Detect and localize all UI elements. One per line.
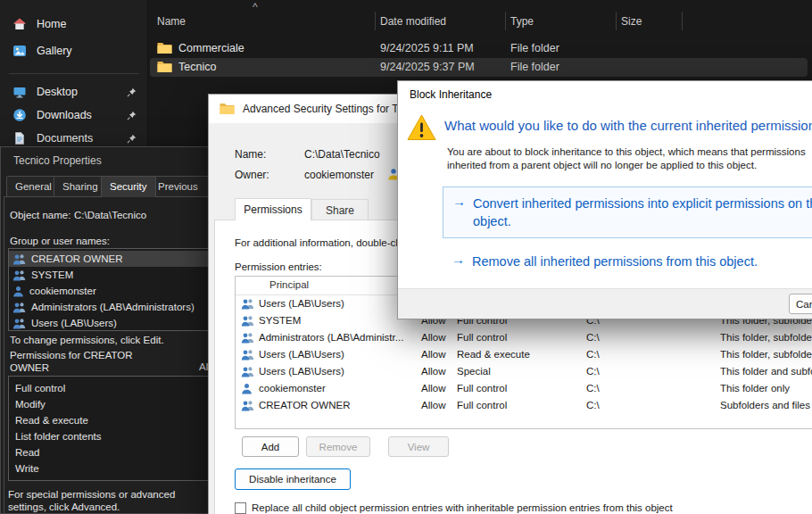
entry-access: Read & execute	[457, 349, 530, 360]
list-item-administrators[interactable]: Administrators (LAB\Administrators)	[9, 299, 213, 315]
file-name: Tecnico	[178, 58, 216, 77]
remove-permissions-command-link[interactable]: → Remove all inherited permissions from …	[443, 249, 812, 279]
sidebar-separator	[9, 73, 139, 74]
users-group-icon	[241, 349, 254, 361]
permission-entry-row[interactable]: Administrators (LAB\Administr... Allow F…	[236, 329, 812, 346]
column-divider[interactable]	[682, 12, 683, 30]
pin-icon[interactable]	[127, 87, 137, 97]
list-item-system[interactable]: SYSTEM	[9, 267, 213, 283]
permissions-for-label: Permissions for CREATOR OWNER	[10, 349, 163, 374]
column-header-name[interactable]: Name	[157, 11, 186, 32]
sidebar-item-downloads[interactable]: Downloads	[4, 104, 145, 127]
downloads-icon	[12, 108, 27, 122]
entry-inherited-from: C:\	[586, 366, 600, 377]
group-user-names-label: Group or user names:	[10, 236, 110, 246]
entry-access: Full control	[457, 332, 507, 343]
body-text-line2: inherited from a parent object will no l…	[447, 160, 757, 170]
permission-item[interactable]: Read	[9, 444, 213, 460]
permission-item[interactable]: List folder contents	[9, 428, 213, 444]
entry-applies-to: This folder only	[720, 383, 790, 394]
dialog-footer: Cancel	[398, 288, 812, 319]
entry-type: Allow	[421, 349, 445, 360]
column-header-principal[interactable]: Principal	[269, 279, 309, 290]
entry-access: Special	[457, 366, 491, 377]
permission-entry-row[interactable]: Users (LAB\Users) Allow Special C:\ This…	[236, 363, 812, 380]
file-name: Commerciale	[178, 39, 244, 58]
column-header-date-modified[interactable]: Date modified	[380, 11, 446, 32]
list-item-creator-owner[interactable]: CREATOR OWNER	[9, 251, 213, 267]
edit-permissions-note: To change permissions, click Edit.	[10, 335, 164, 345]
permission-item[interactable]: Write	[9, 460, 213, 477]
user-icon	[241, 383, 253, 394]
tab-security[interactable]: Security	[101, 176, 156, 197]
file-date: 9/24/2025 9:11 PM	[380, 39, 474, 58]
pin-icon[interactable]	[127, 111, 137, 120]
arrow-icon: →	[452, 252, 465, 267]
tab-permissions[interactable]: Permissions	[235, 198, 311, 220]
folder-icon	[220, 103, 235, 115]
sidebar-item-home[interactable]: Home	[4, 12, 145, 36]
object-name-label: Object name:	[10, 210, 70, 220]
warning-icon	[407, 114, 436, 141]
permission-item[interactable]: Read & execute	[9, 412, 213, 428]
convert-permissions-command-link[interactable]: → Convert inherited permissions into exp…	[443, 187, 812, 238]
principal-name: SYSTEM	[31, 269, 73, 280]
users-group-icon	[12, 318, 26, 329]
list-item-cookiemonster[interactable]: cookiemonster	[9, 283, 213, 299]
entry-type: Allow	[421, 383, 445, 394]
block-inheritance-dialog: Block Inheritance What would you like to…	[397, 80, 812, 319]
desktop-icon	[12, 85, 27, 99]
list-item-users[interactable]: Users (LAB\Users)	[9, 315, 213, 331]
users-group-icon	[12, 269, 26, 281]
advanced-settings-note: For special permissions or advanced sett…	[8, 488, 215, 513]
entry-principal: Users (LAB\Users)	[259, 349, 344, 360]
file-type: File folder	[510, 58, 559, 77]
pin-icon[interactable]	[127, 134, 137, 144]
entry-inherited-from: C:\	[586, 400, 600, 410]
replace-permissions-checkbox[interactable]	[235, 502, 246, 514]
body-text-line1: You are about to block inheritance to th…	[447, 146, 806, 157]
entry-inherited-from: C:\	[586, 383, 600, 394]
name-label: Name:	[235, 148, 266, 161]
name-value: C:\Data\Tecnico	[304, 148, 380, 161]
tab-general[interactable]: General	[6, 176, 61, 196]
entry-principal: CREATOR OWNER	[259, 400, 350, 410]
remove-button[interactable]: Remove	[306, 436, 370, 457]
user-icon	[12, 286, 24, 297]
sidebar-item-gallery[interactable]: Gallery	[4, 39, 145, 62]
permission-entries-label: Permission entries:	[235, 261, 322, 272]
permission-item[interactable]: Full control	[9, 380, 213, 396]
permissions-list: Full control Modify Read & execute List …	[8, 376, 214, 481]
add-button[interactable]: Add	[242, 436, 299, 457]
column-divider[interactable]	[505, 12, 506, 30]
cancel-button[interactable]: Cancel	[789, 294, 812, 314]
entry-inherited-from: C:\	[586, 332, 600, 343]
disable-inheritance-button[interactable]: Disable inheritance	[235, 468, 351, 490]
principal-name: CREATOR OWNER	[31, 253, 122, 264]
permission-entry-row[interactable]: cookiemonster Allow Full control C:\ Thi…	[236, 380, 812, 397]
file-row-commerciale[interactable]: Commerciale 9/24/2025 9:11 PM File folde…	[150, 39, 808, 58]
permission-entry-row[interactable]: Users (LAB\Users) Allow Read & execute C…	[236, 346, 812, 363]
sidebar-item-desktop[interactable]: Desktop	[4, 80, 145, 104]
folder-icon	[157, 39, 172, 58]
sidebar-item-label: Documents	[37, 132, 93, 145]
object-name-value: C:\Data\Tecnico	[74, 210, 146, 220]
dialog-title: Tecnico Properties	[1, 147, 220, 174]
entry-principal: Administrators (LAB\Administr...	[259, 332, 403, 343]
users-group-icon	[241, 332, 254, 344]
users-group-icon	[241, 298, 254, 310]
column-header-size[interactable]: Size	[621, 11, 642, 32]
column-divider[interactable]	[375, 12, 376, 30]
tab-sharing[interactable]: Sharing	[54, 176, 107, 196]
home-icon	[12, 17, 27, 31]
permission-item[interactable]: Modify	[9, 396, 213, 412]
column-divider[interactable]	[616, 12, 617, 30]
users-group-icon	[241, 400, 254, 411]
tab-share[interactable]: Share	[311, 199, 369, 220]
view-button[interactable]: View	[388, 436, 449, 457]
entry-principal: cookiemonster	[259, 383, 326, 394]
permission-entry-row[interactable]: CREATOR OWNER Allow Full control C:\ Sub…	[236, 397, 812, 414]
column-header-type[interactable]: Type	[510, 11, 534, 32]
principal-name: Users (LAB\Users)	[31, 318, 117, 328]
file-row-tecnico-selected[interactable]: Tecnico 9/24/2025 9:37 PM File folder	[150, 58, 808, 77]
